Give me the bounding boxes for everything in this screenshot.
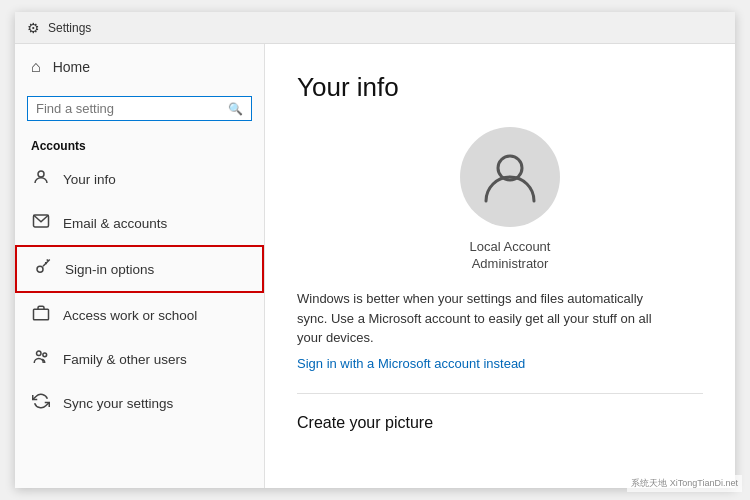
sidebar-item-email-accounts[interactable]: Email & accounts [15, 201, 264, 245]
search-box[interactable]: 🔍 [27, 96, 252, 121]
sidebar-item-sign-in-label: Sign-in options [65, 262, 154, 277]
svg-point-0 [38, 171, 44, 177]
email-icon [31, 212, 51, 234]
avatar-section: Local Account Administrator [317, 127, 703, 271]
svg-point-2 [37, 266, 43, 272]
info-box: Windows is better when your settings and… [297, 289, 677, 373]
sidebar-item-sync[interactable]: Sync your settings [15, 381, 264, 425]
family-icon [31, 348, 51, 370]
sidebar-home-label: Home [53, 59, 90, 75]
account-name: Administrator [472, 256, 549, 271]
section-accounts-label: Accounts [15, 131, 264, 157]
divider [297, 393, 703, 394]
key-icon [33, 258, 53, 280]
account-label: Local Account [470, 239, 551, 254]
avatar [460, 127, 560, 227]
settings-icon: ⚙ [27, 20, 40, 36]
title-bar: ⚙ Settings [15, 12, 735, 44]
sidebar-item-family[interactable]: Family & other users [15, 337, 264, 381]
search-icon: 🔍 [228, 102, 243, 116]
watermark: 系统天地 XiTongTianDi.net [627, 475, 742, 492]
settings-window: ⚙ Settings ⌂ Home 🔍 Accounts [15, 12, 735, 488]
ms-sign-in-link[interactable]: Sign in with a Microsoft account instead [297, 354, 677, 374]
briefcase-icon [31, 304, 51, 326]
sync-icon [31, 392, 51, 414]
main-content: Your info Local Account Administrator Wi… [265, 44, 735, 488]
sidebar-item-access-work[interactable]: Access work or school [15, 293, 264, 337]
svg-point-4 [37, 351, 42, 356]
svg-point-5 [43, 353, 47, 357]
your-info-icon [31, 168, 51, 190]
sidebar: ⌂ Home 🔍 Accounts Your info [15, 44, 265, 488]
sidebar-item-access-work-label: Access work or school [63, 308, 197, 323]
sidebar-item-sync-label: Sync your settings [63, 396, 173, 411]
sidebar-item-your-info[interactable]: Your info [15, 157, 264, 201]
content-area: ⌂ Home 🔍 Accounts Your info [15, 44, 735, 488]
sidebar-item-home[interactable]: ⌂ Home [15, 44, 264, 90]
sidebar-item-family-label: Family & other users [63, 352, 187, 367]
sidebar-item-sign-in[interactable]: Sign-in options [15, 245, 264, 293]
info-text: Windows is better when your settings and… [297, 289, 677, 348]
home-icon: ⌂ [31, 58, 41, 76]
sidebar-item-email-label: Email & accounts [63, 216, 167, 231]
page-title: Your info [297, 72, 703, 103]
svg-rect-3 [34, 309, 49, 320]
sidebar-item-your-info-label: Your info [63, 172, 116, 187]
search-input[interactable] [36, 101, 228, 116]
create-picture-title: Create your picture [297, 414, 703, 432]
person-svg-icon [480, 147, 540, 207]
window-title: Settings [48, 21, 91, 35]
